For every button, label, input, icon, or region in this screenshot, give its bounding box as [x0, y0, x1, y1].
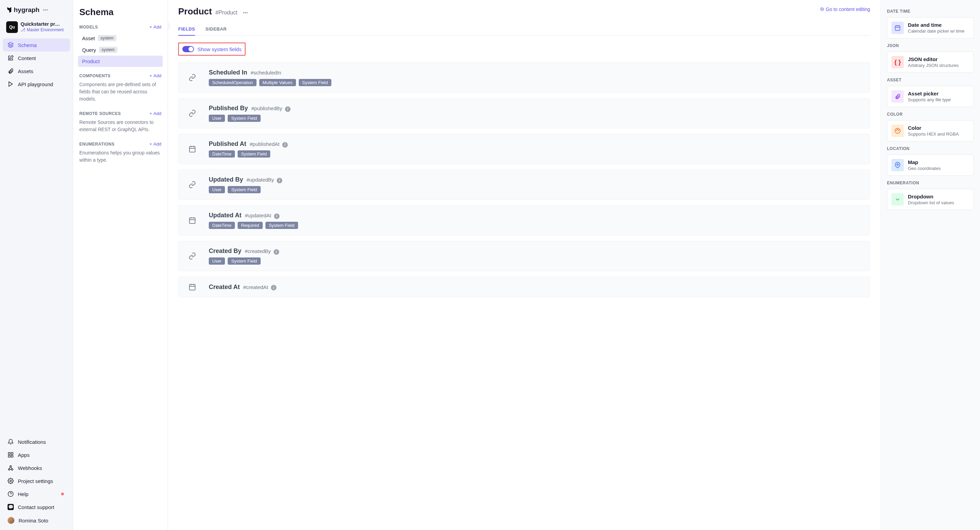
show-system-fields-toggle[interactable]	[182, 46, 194, 52]
field-card[interactable]: Created By #createdBy i UserSystem Field	[178, 241, 870, 271]
project-selector[interactable]: Qu Quickstarter pr… ⎇ Master Environment	[3, 19, 70, 38]
field-chip: Multiple Values	[259, 79, 296, 86]
field-card[interactable]: Created At #createdAt i	[178, 277, 870, 297]
field-type-desc: Supports HEX and RGBA	[908, 132, 959, 136]
tab-sidebar[interactable]: SIDEBAR	[205, 23, 227, 35]
field-title: Published At	[209, 140, 246, 147]
field-type-card[interactable]: Color Supports HEX and RGBA	[887, 120, 974, 141]
field-chip: System Field	[228, 186, 260, 193]
model-name: Query	[82, 47, 96, 53]
field-card[interactable]: Published By #publishedBy i UserSystem F…	[178, 98, 870, 129]
field-type-card[interactable]: Asset picker Supports any file type	[887, 86, 974, 107]
models-section-label: MODELS	[79, 25, 98, 30]
collapse-panel-button[interactable]: «	[168, 22, 170, 30]
svg-marker-0	[9, 82, 13, 87]
field-type-section-label: ENUMERATION	[887, 181, 974, 186]
sidebar-item-user[interactable]: Romina Soto	[3, 514, 70, 527]
svg-point-31	[897, 164, 899, 165]
svg-rect-4	[11, 455, 13, 457]
dropdown-icon	[891, 193, 904, 206]
nav-label: Apps	[18, 452, 30, 458]
add-model-button[interactable]: +Add	[150, 24, 161, 30]
logo[interactable]: hygraph	[6, 6, 40, 14]
svg-point-29	[897, 129, 898, 130]
field-title: Created By	[209, 248, 242, 254]
field-type-title: JSON editor	[908, 56, 959, 62]
pin-icon	[891, 159, 904, 171]
nav-label: Project settings	[18, 478, 53, 484]
field-type-card[interactable]: Map Geo coordinates	[887, 154, 974, 176]
info-icon[interactable]: i	[277, 178, 282, 183]
info-icon[interactable]: i	[274, 214, 280, 219]
model-title: Product	[178, 6, 212, 17]
nav-label: API playground	[18, 81, 53, 87]
field-type-desc: Supports any file type	[908, 97, 951, 102]
sidebar-item-assets[interactable]: Assets	[3, 65, 70, 78]
svg-point-5	[8, 468, 10, 470]
tab-fields[interactable]: FIELDS	[178, 23, 195, 36]
field-chip: System Field	[266, 222, 298, 229]
field-chip: System Field	[228, 115, 260, 122]
sidebar-item-support[interactable]: 💬Contact support	[3, 500, 70, 514]
field-type-card[interactable]: { } JSON editor Arbitrary JSON structure…	[887, 51, 974, 73]
add-enum-button[interactable]: +Add	[150, 141, 161, 147]
svg-point-6	[11, 468, 13, 470]
info-icon[interactable]: i	[285, 106, 291, 112]
clip-icon	[891, 90, 904, 103]
sidebar-item-content[interactable]: Content	[3, 51, 70, 65]
plus-icon: +	[150, 24, 152, 30]
field-chip: System Field	[238, 150, 270, 157]
field-type-desc: Arbitrary JSON structures	[908, 63, 959, 68]
link-icon	[185, 181, 199, 189]
field-chip: User	[209, 115, 225, 122]
help-icon	[8, 491, 14, 497]
info-icon[interactable]: i	[271, 285, 277, 290]
field-type-card[interactable]: Dropdown Dropdown list of values	[887, 189, 974, 210]
field-card[interactable]: Published At #publishedAt i DateTimeSyst…	[178, 134, 870, 164]
nav-label: Schema	[18, 42, 37, 48]
model-name: Product	[82, 58, 100, 64]
svg-point-7	[10, 465, 12, 467]
svg-rect-11	[189, 147, 196, 152]
model-item-asset[interactable]: Assetsystem	[78, 32, 163, 44]
field-chip: DateTime	[209, 150, 235, 157]
field-type-section-label: ASSET	[887, 78, 974, 83]
sidebar-item-help[interactable]: Help	[3, 487, 70, 500]
model-actions-icon[interactable]: •••	[243, 10, 248, 16]
add-component-button[interactable]: +Add	[150, 73, 161, 78]
svg-rect-3	[8, 455, 10, 457]
notification-dot	[61, 493, 64, 495]
sidebar-item-settings[interactable]: Project settings	[3, 474, 70, 487]
sidebar-item-api[interactable]: API playground	[3, 78, 70, 90]
sidebar-item-notifications[interactable]: Notifications	[3, 435, 70, 448]
field-title: Published By	[209, 105, 248, 111]
svg-rect-2	[11, 452, 13, 454]
more-menu-icon[interactable]: •••	[43, 7, 48, 13]
field-chip: System Field	[228, 257, 260, 265]
svg-rect-19	[189, 284, 196, 290]
schema-icon	[8, 42, 14, 48]
add-remote-button[interactable]: +Add	[150, 111, 161, 116]
info-icon[interactable]: i	[274, 249, 279, 255]
system-pill: system	[99, 47, 118, 53]
info-icon[interactable]: i	[282, 142, 288, 148]
field-type-desc: Calendar date picker w/ time	[908, 29, 964, 33]
nav-label: Romina Soto	[19, 517, 48, 524]
sidebar-item-apps[interactable]: Apps	[3, 448, 70, 461]
model-item-query[interactable]: Querysystem	[78, 44, 163, 56]
field-type-title: Date and time	[908, 22, 964, 28]
field-card[interactable]: Updated At #updatedAt i DateTimeRequired…	[178, 205, 870, 235]
remote-section-label: REMOTE SOURCES	[79, 111, 121, 116]
sidebar-item-schema[interactable]: Schema	[3, 38, 70, 51]
field-type-card[interactable]: Date and time Calendar date picker w/ ti…	[887, 17, 974, 38]
field-card[interactable]: Updated By #updatedBy i UserSystem Field	[178, 170, 870, 200]
svg-point-28	[896, 130, 897, 131]
go-to-content-link[interactable]: ⧉ Go to content editing	[820, 6, 870, 12]
remote-desc: Remote Sources are connectors to externa…	[78, 119, 163, 135]
model-item-product[interactable]: Product	[78, 56, 163, 67]
support-icon: 💬	[8, 504, 14, 510]
field-type-section-label: LOCATION	[887, 146, 974, 151]
field-card[interactable]: Scheduled In #scheduledIn ScheduledOpera…	[178, 62, 870, 93]
sidebar-item-webhooks[interactable]: Webhooks	[3, 461, 70, 474]
svg-rect-15	[189, 218, 196, 224]
